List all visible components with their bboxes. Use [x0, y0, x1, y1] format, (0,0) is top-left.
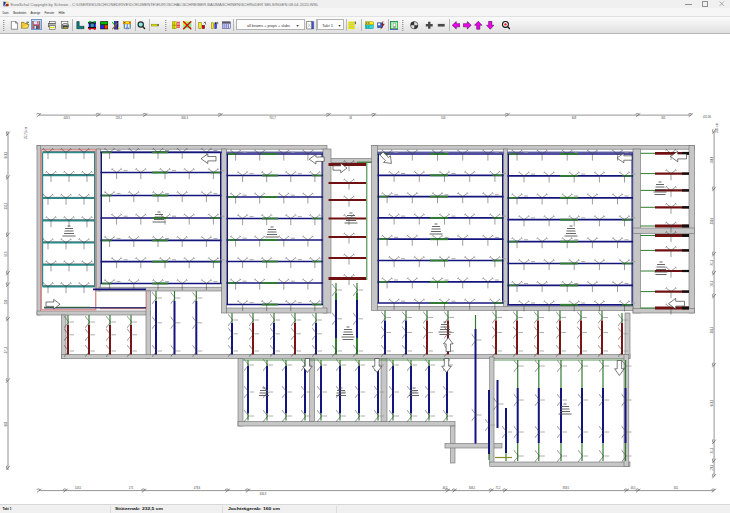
svg-text:all beams + props + slabs: all beams + props + slabs [247, 23, 291, 28]
svg-text:Anzeige: Anzeige [30, 10, 40, 15]
svg-text:Jochträgerab: 160 cm: Jochträgerab: 160 cm [228, 506, 280, 511]
svg-text:Stützenab: 232,5 cm: Stützenab: 232,5 cm [115, 506, 163, 511]
svg-text:EuroSchal Copyright by Schewe: EuroSchal Copyright by Schewe - C:\USERS… [11, 2, 320, 7]
svg-text:Datei: Datei [3, 10, 9, 15]
svg-text:▾: ▾ [339, 23, 342, 28]
svg-text:Takt 1: Takt 1 [3, 506, 12, 511]
svg-text:Takt 1: Takt 1 [322, 23, 334, 28]
svg-text:▾: ▾ [297, 23, 300, 28]
svg-text:Fenster: Fenster [44, 10, 54, 15]
svg-text:Hilfe: Hilfe [58, 10, 65, 15]
svg-text:Bearbeiten: Bearbeiten [13, 10, 26, 15]
